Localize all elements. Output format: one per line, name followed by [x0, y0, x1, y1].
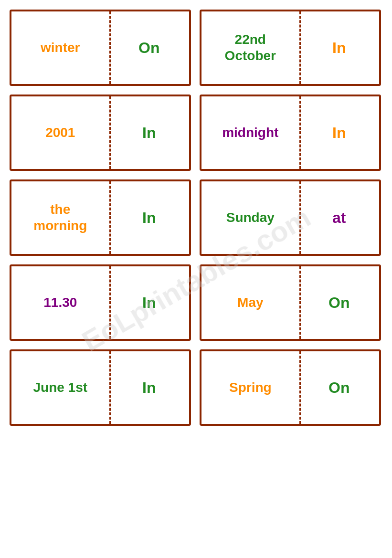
card-answer-4-1: On	[328, 379, 350, 397]
divider-3-1	[299, 266, 301, 339]
card-left-2-1: Sunday	[201, 181, 299, 254]
card-left-1-1: midnight	[201, 96, 299, 169]
card-answer-3-0: In	[142, 294, 156, 312]
card-answer-1-1: In	[332, 124, 346, 142]
card-row-4: June 1stInSpringOn	[10, 349, 382, 426]
card-left-0-1: 22nd October	[201, 11, 299, 84]
card-word-1-0: 2001	[45, 125, 75, 141]
card-3-1: MayOn	[200, 264, 381, 341]
card-4-1: SpringOn	[200, 349, 381, 426]
card-1-0: 2001In	[10, 95, 191, 171]
card-left-3-0: 11.30	[11, 266, 109, 339]
card-0-0: winterOn	[10, 10, 191, 86]
divider-0-0	[109, 11, 111, 84]
card-right-4-1: On	[299, 351, 379, 424]
divider-4-0	[109, 351, 111, 424]
card-answer-4-0: In	[142, 379, 156, 397]
divider-2-0	[109, 181, 111, 254]
card-answer-2-0: In	[142, 209, 156, 227]
card-answer-3-1: On	[328, 294, 350, 312]
card-word-0-1: 22nd October	[225, 32, 276, 63]
card-right-4-0: In	[109, 351, 189, 424]
card-2-0: the morningIn	[10, 179, 191, 256]
card-row-0: winterOn22nd OctoberIn	[10, 10, 382, 86]
card-right-1-1: In	[299, 96, 379, 169]
divider-3-0	[109, 266, 111, 339]
card-left-4-0: June 1st	[11, 351, 109, 424]
card-answer-1-0: In	[142, 124, 156, 142]
card-word-0-0: winter	[41, 40, 80, 56]
card-4-0: June 1stIn	[10, 349, 191, 426]
card-1-1: midnightIn	[200, 95, 381, 171]
card-answer-0-0: On	[138, 39, 159, 57]
card-right-2-1: at	[299, 181, 379, 254]
card-row-3: 11.30InMayOn	[10, 264, 382, 341]
card-left-0-0: winter	[11, 11, 109, 84]
card-left-3-1: May	[201, 266, 299, 339]
divider-4-1	[299, 351, 301, 424]
card-word-3-0: 11.30	[43, 295, 77, 311]
card-answer-0-1: In	[332, 39, 346, 57]
card-right-1-0: In	[109, 96, 189, 169]
card-left-4-1: Spring	[201, 351, 299, 424]
card-left-2-0: the morning	[11, 181, 109, 254]
card-right-0-1: In	[299, 11, 379, 84]
divider-1-1	[299, 96, 301, 169]
card-row-1: 2001InmidnightIn	[10, 95, 382, 171]
card-word-3-1: May	[237, 295, 263, 311]
card-2-1: Sundayat	[200, 179, 381, 256]
card-word-2-0: the morning	[33, 201, 87, 233]
card-right-3-0: In	[109, 266, 189, 339]
card-row-2: the morningInSundayat	[10, 179, 382, 256]
card-word-1-1: midnight	[222, 125, 278, 141]
card-right-2-0: In	[109, 181, 189, 254]
card-word-4-0: June 1st	[33, 379, 87, 396]
card-3-0: 11.30In	[10, 264, 191, 341]
card-word-2-1: Sunday	[226, 210, 275, 226]
card-right-0-0: On	[109, 11, 189, 84]
card-left-1-0: 2001	[11, 96, 109, 169]
divider-1-0	[109, 96, 111, 169]
card-answer-2-1: at	[332, 209, 346, 227]
card-word-4-1: Spring	[229, 379, 272, 396]
card-0-1: 22nd OctoberIn	[200, 10, 381, 86]
divider-2-1	[299, 181, 301, 254]
divider-0-1	[299, 11, 301, 84]
card-right-3-1: On	[299, 266, 379, 339]
